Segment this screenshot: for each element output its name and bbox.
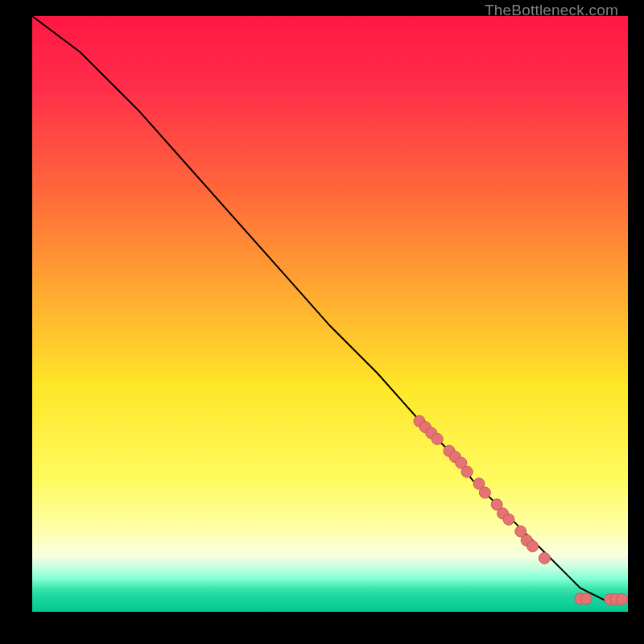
data-marker <box>479 487 490 498</box>
data-marker <box>580 593 592 605</box>
data-marker <box>539 552 550 564</box>
data-marker <box>503 514 514 525</box>
chart-frame: TheBottleneck.com <box>32 16 628 628</box>
data-marker <box>617 594 628 605</box>
gradient-background <box>32 16 628 612</box>
data-marker <box>431 433 443 444</box>
data-marker <box>461 466 473 477</box>
chart-svg <box>32 16 628 612</box>
data-marker <box>527 541 539 552</box>
